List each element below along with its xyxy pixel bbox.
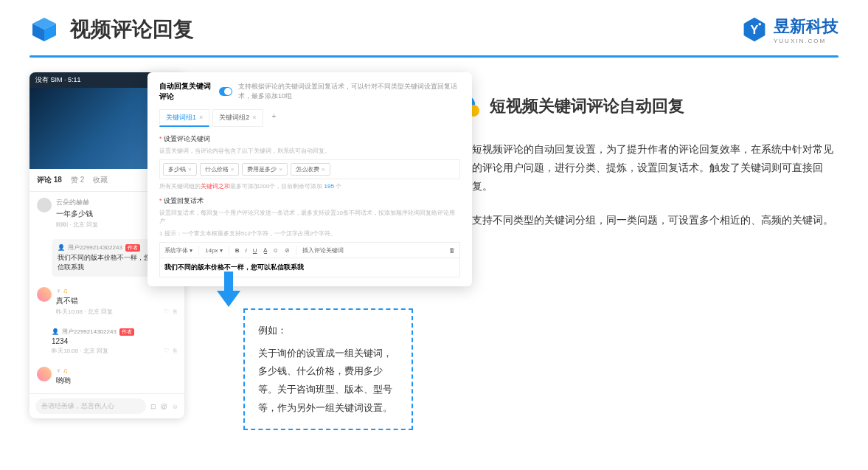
- svg-rect-6: [224, 272, 233, 292]
- example-box: 例如： 关于询价的设置成一组关键词，多少钱、什么价格，费用多少等。关于咨询班型、…: [243, 308, 413, 430]
- brand-logo: Y 昱新科技 YUUXIN.COM: [741, 15, 839, 44]
- comment-item: ♀ ♫ 真不错 昨天10:08 · 北京 回复♡⎘: [29, 281, 184, 322]
- keywords-hint: 设置关键词，当评论内容包含了以下关键词，则系统可自动回复。: [159, 147, 460, 155]
- emoji-button[interactable]: ☺: [273, 247, 279, 254]
- delete-icon[interactable]: 🗑: [449, 247, 455, 254]
- dislike-icon[interactable]: ⎘: [173, 308, 177, 315]
- comment-input-bar: 善语结善缘，恶言伤人心 ⊡ @ ☺: [29, 393, 184, 418]
- dislike-icon[interactable]: ⎘: [173, 348, 177, 354]
- keyword-group-tab-2[interactable]: 关键词组2×: [212, 109, 263, 127]
- comment-input[interactable]: 善语结善缘，恶言伤人心: [35, 398, 146, 414]
- page-title: 视频评论回复: [70, 15, 194, 44]
- example-body: 关于询价的设置成一组关键词，多少钱、什么价格，费用多少等。关于咨询班型、版本、型…: [258, 345, 398, 418]
- logo-icon: Y: [741, 16, 768, 43]
- keyword-tag[interactable]: 费用是多少×: [242, 163, 288, 176]
- comment-meta: 昨天10:08 · 北京 回复♡⎘: [56, 308, 177, 316]
- author-badge: 作者: [119, 328, 134, 336]
- underline-button[interactable]: U: [253, 247, 257, 254]
- settings-panel: 自动回复关键词评论 支持根据评论的关键词设置回复话术，可以针对不同类型关键词设置…: [147, 72, 472, 286]
- commenter-name: ♀ ♫: [56, 367, 177, 374]
- reply-hint: 设置回复话术，每回复一个用户评论只发送一条话术，最多支持设置10条不同话术，按添…: [159, 209, 460, 225]
- comment-text: 哟哟: [56, 376, 177, 386]
- svg-text:Y: Y: [751, 23, 759, 36]
- logo-text: 昱新科技: [774, 15, 839, 38]
- size-select[interactable]: 14px ▾: [205, 247, 223, 254]
- comment-text: 真不错: [56, 296, 177, 306]
- avatar-icon: 👤: [58, 244, 65, 251]
- auto-reply-toggle[interactable]: [219, 87, 232, 96]
- close-icon[interactable]: ×: [199, 114, 203, 121]
- svg-point-5: [758, 23, 761, 26]
- page-header: 视频评论回复 Y 昱新科技 YUUXIN.COM: [0, 0, 868, 52]
- color-button[interactable]: A̲: [263, 247, 267, 254]
- avatar-icon: 👤: [52, 328, 59, 335]
- bold-button[interactable]: B: [235, 247, 240, 254]
- commenter-name: ♀ ♫: [56, 287, 177, 294]
- example-title: 例如：: [258, 322, 398, 340]
- logo-subtitle: YUUXIN.COM: [774, 38, 839, 44]
- comment-text: 1234: [52, 337, 177, 345]
- svg-marker-7: [217, 291, 240, 307]
- keywords-label: 设置评论关键词: [159, 134, 460, 144]
- tab-favorites[interactable]: 收藏: [93, 175, 108, 185]
- insert-keyword-button[interactable]: 插入评论关键词: [302, 246, 344, 255]
- bullet-item: 短视频评论的自动回复设置，为了提升作者的评论回复效率，在系统中针对常见的评论用户…: [457, 140, 839, 196]
- bullet-item: 支持不同类型的关键词分组，同一类问题，可设置多个相近的、高频的关键词。: [457, 211, 839, 229]
- avatar: [37, 367, 52, 381]
- bullet-text: 短视频评论的自动回复设置，为了提升作者的评论回复效率，在系统中针对常见的评论用户…: [472, 140, 839, 196]
- keyword-tag[interactable]: 多少钱×: [163, 163, 197, 176]
- mention-icon[interactable]: @: [161, 403, 167, 410]
- add-tab-button[interactable]: +: [266, 109, 282, 127]
- header-divider: [29, 55, 839, 58]
- clear-button[interactable]: ⊘: [285, 247, 290, 254]
- arrow-icon: [214, 272, 243, 308]
- tags-count-hint: 所有关键词组的关键词之和最多可添加200个，目前剩余可添加 195 个: [159, 182, 460, 190]
- heart-icon[interactable]: ♡: [164, 308, 169, 315]
- keyword-tags-input[interactable]: 多少钱× 什么价格× 费用是多少× 怎么收费×: [159, 159, 460, 179]
- heart-icon[interactable]: ♡: [164, 348, 169, 354]
- keyword-tag[interactable]: 怎么收费×: [291, 163, 330, 176]
- author-badge: 作者: [125, 244, 140, 252]
- avatar: [37, 198, 52, 212]
- image-icon[interactable]: ⊡: [150, 403, 156, 410]
- comment-item: 👤用户2299214302243 作者 1234 昨天10:08 · 北京 回复…: [29, 322, 184, 361]
- comment-item: ♀ ♫ 哟哟: [29, 361, 184, 393]
- emoji-icon[interactable]: ☺: [172, 403, 178, 410]
- tab-comments[interactable]: 评论 18: [37, 175, 62, 185]
- reply-label: 设置回复话术: [159, 196, 460, 206]
- editor-toolbar: 系统字体 ▾ 14px ▾ B I U A̲ ☺ ⊘ 插入评论关键词 🗑: [159, 242, 460, 258]
- panel-desc: 支持根据评论的关键词设置回复话术，可以针对不同类型关键词设置回复话术，最多添加1…: [238, 82, 460, 101]
- reply-editor[interactable]: 我们不同的版本价格不一样，您可以私信联系我: [159, 258, 460, 277]
- italic-button[interactable]: I: [246, 247, 247, 254]
- keyword-group-tab-1[interactable]: 关键词组1×: [159, 109, 209, 127]
- avatar: [37, 287, 52, 302]
- font-select[interactable]: 系统字体 ▾: [164, 246, 192, 255]
- close-icon[interactable]: ×: [252, 114, 256, 121]
- panel-title: 自动回复关键词评论: [159, 81, 213, 102]
- comment-meta: 昨天10:08 · 北京 回复♡⎘: [52, 347, 177, 355]
- section-title: 短视频关键词评论自动回复: [490, 95, 684, 117]
- keyword-tag[interactable]: 什么价格×: [200, 163, 240, 176]
- tab-likes[interactable]: 赞 2: [71, 175, 84, 185]
- reply-tip: 1 提示：一个富文本框最多支持512个字符，一个汉字占用2个字符。: [159, 229, 460, 238]
- bullet-text: 支持不同类型的关键词分组，同一类问题，可设置多个相近的、高频的关键词。: [472, 211, 833, 229]
- cube-icon: [29, 15, 59, 44]
